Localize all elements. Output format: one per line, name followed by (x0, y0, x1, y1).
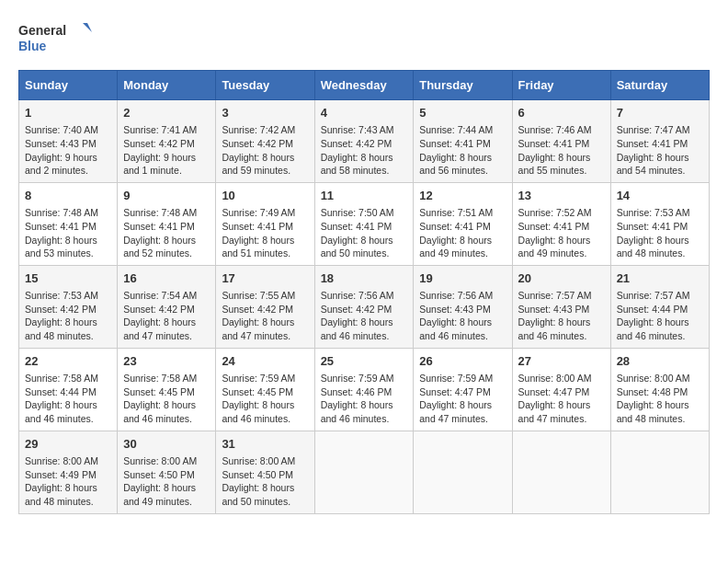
day-number: 11 (321, 188, 408, 204)
logo-blue: Blue (18, 39, 47, 53)
calendar-cell: 28Sunrise: 8:00 AMSunset: 4:48 PMDayligh… (610, 348, 709, 431)
day-number: 19 (419, 270, 506, 287)
calendar-cell: 29Sunrise: 8:00 AMSunset: 4:49 PMDayligh… (19, 431, 118, 513)
cell-content: Sunrise: 7:41 AMSunset: 4:42 PMDaylight:… (123, 123, 210, 178)
day-number: 6 (518, 105, 605, 121)
logo: General Blue (18, 18, 92, 55)
cell-content: Sunrise: 7:43 AMSunset: 4:42 PMDaylight:… (321, 123, 408, 178)
day-number: 20 (518, 270, 605, 287)
cell-content: Sunrise: 7:54 AMSunset: 4:42 PMDaylight:… (123, 289, 210, 343)
day-number: 27 (518, 353, 605, 370)
cell-content: Sunrise: 7:47 AMSunset: 4:41 PMDaylight:… (617, 123, 703, 178)
calendar-cell: 5Sunrise: 7:44 AMSunset: 4:41 PMDaylight… (414, 100, 512, 183)
calendar-cell: 3Sunrise: 7:42 AMSunset: 4:42 PMDaylight… (216, 100, 314, 183)
calendar-cell: 1Sunrise: 7:40 AMSunset: 4:43 PMDaylight… (19, 100, 118, 183)
weekday-header-saturday: Saturday (610, 71, 709, 100)
calendar-cell (314, 431, 414, 513)
day-number: 15 (25, 270, 111, 287)
cell-content: Sunrise: 7:57 AMSunset: 4:43 PMDaylight:… (518, 289, 605, 343)
cell-content: Sunrise: 7:50 AMSunset: 4:41 PMDaylight:… (321, 206, 408, 260)
weekday-header-row: SundayMondayTuesdayWednesdayThursdayFrid… (19, 71, 710, 100)
calendar-cell (610, 431, 709, 513)
cell-content: Sunrise: 7:52 AMSunset: 4:41 PMDaylight:… (518, 206, 605, 260)
day-number: 16 (123, 270, 210, 287)
calendar-cell: 15Sunrise: 7:53 AMSunset: 4:42 PMDayligh… (19, 265, 118, 348)
calendar-cell: 30Sunrise: 8:00 AMSunset: 4:50 PMDayligh… (118, 431, 216, 513)
day-number: 4 (321, 105, 408, 121)
day-number: 18 (321, 270, 408, 287)
calendar-cell (512, 431, 610, 513)
day-number: 29 (25, 436, 111, 453)
calendar-cell: 11Sunrise: 7:50 AMSunset: 4:41 PMDayligh… (314, 182, 414, 265)
day-number: 3 (222, 105, 308, 121)
cell-content: Sunrise: 8:00 AMSunset: 4:50 PMDaylight:… (222, 454, 308, 509)
calendar-cell: 17Sunrise: 7:55 AMSunset: 4:42 PMDayligh… (216, 265, 314, 348)
weekday-header-sunday: Sunday (19, 71, 118, 100)
calendar-cell: 12Sunrise: 7:51 AMSunset: 4:41 PMDayligh… (414, 182, 512, 265)
day-number: 10 (222, 188, 308, 204)
calendar-cell: 8Sunrise: 7:48 AMSunset: 4:41 PMDaylight… (19, 182, 118, 265)
weekday-header-friday: Friday (512, 71, 610, 100)
calendar-cell: 7Sunrise: 7:47 AMSunset: 4:41 PMDaylight… (610, 100, 709, 183)
day-number: 17 (222, 270, 308, 287)
logo-svg: General Blue (18, 18, 92, 55)
day-number: 21 (617, 270, 703, 287)
cell-content: Sunrise: 7:56 AMSunset: 4:43 PMDaylight:… (419, 289, 506, 343)
calendar-week-row: 8Sunrise: 7:48 AMSunset: 4:41 PMDaylight… (19, 182, 710, 265)
weekday-header-monday: Monday (118, 71, 216, 100)
day-number: 25 (321, 353, 408, 370)
day-number: 8 (25, 188, 111, 204)
cell-content: Sunrise: 7:49 AMSunset: 4:41 PMDaylight:… (222, 206, 308, 260)
logo-chevron (83, 23, 92, 32)
calendar-cell: 6Sunrise: 7:46 AMSunset: 4:41 PMDaylight… (512, 100, 610, 183)
day-number: 14 (617, 188, 703, 204)
cell-content: Sunrise: 7:53 AMSunset: 4:41 PMDaylight:… (617, 206, 703, 260)
day-number: 2 (123, 105, 210, 121)
page-header: General Blue (18, 18, 710, 55)
cell-content: Sunrise: 7:58 AMSunset: 4:44 PMDaylight:… (25, 372, 111, 426)
day-number: 7 (617, 105, 703, 121)
day-number: 31 (222, 436, 308, 453)
cell-content: Sunrise: 8:00 AMSunset: 4:47 PMDaylight:… (518, 372, 605, 426)
cell-content: Sunrise: 7:46 AMSunset: 4:41 PMDaylight:… (518, 123, 605, 178)
cell-content: Sunrise: 7:48 AMSunset: 4:41 PMDaylight:… (25, 206, 111, 260)
cell-content: Sunrise: 7:57 AMSunset: 4:44 PMDaylight:… (617, 289, 703, 343)
calendar-cell: 21Sunrise: 7:57 AMSunset: 4:44 PMDayligh… (610, 265, 709, 348)
calendar-cell: 2Sunrise: 7:41 AMSunset: 4:42 PMDaylight… (118, 100, 216, 183)
day-number: 12 (419, 188, 506, 204)
cell-content: Sunrise: 7:59 AMSunset: 4:46 PMDaylight:… (321, 372, 408, 426)
cell-content: Sunrise: 7:42 AMSunset: 4:42 PMDaylight:… (222, 123, 308, 178)
day-number: 13 (518, 188, 605, 204)
day-number: 1 (25, 105, 111, 121)
day-number: 28 (617, 353, 703, 370)
calendar-cell: 20Sunrise: 7:57 AMSunset: 4:43 PMDayligh… (512, 265, 610, 348)
cell-content: Sunrise: 7:44 AMSunset: 4:41 PMDaylight:… (419, 123, 506, 178)
calendar-cell (414, 431, 512, 513)
day-number: 30 (123, 436, 210, 453)
cell-content: Sunrise: 7:40 AMSunset: 4:43 PMDaylight:… (25, 123, 111, 178)
calendar-cell: 16Sunrise: 7:54 AMSunset: 4:42 PMDayligh… (118, 265, 216, 348)
weekday-header-wednesday: Wednesday (314, 71, 414, 100)
cell-content: Sunrise: 8:00 AMSunset: 4:48 PMDaylight:… (617, 372, 703, 426)
calendar-week-row: 29Sunrise: 8:00 AMSunset: 4:49 PMDayligh… (19, 431, 710, 513)
day-number: 9 (123, 188, 210, 204)
calendar-cell: 25Sunrise: 7:59 AMSunset: 4:46 PMDayligh… (314, 348, 414, 431)
calendar-cell: 4Sunrise: 7:43 AMSunset: 4:42 PMDaylight… (314, 100, 414, 183)
calendar-week-row: 22Sunrise: 7:58 AMSunset: 4:44 PMDayligh… (19, 348, 710, 431)
calendar-cell: 19Sunrise: 7:56 AMSunset: 4:43 PMDayligh… (414, 265, 512, 348)
cell-content: Sunrise: 7:56 AMSunset: 4:42 PMDaylight:… (321, 289, 408, 343)
day-number: 26 (419, 353, 506, 370)
calendar-cell: 31Sunrise: 8:00 AMSunset: 4:50 PMDayligh… (216, 431, 314, 513)
day-number: 22 (25, 353, 111, 370)
cell-content: Sunrise: 8:00 AMSunset: 4:49 PMDaylight:… (25, 454, 111, 509)
calendar-cell: 14Sunrise: 7:53 AMSunset: 4:41 PMDayligh… (610, 182, 709, 265)
day-number: 23 (123, 353, 210, 370)
cell-content: Sunrise: 7:51 AMSunset: 4:41 PMDaylight:… (419, 206, 506, 260)
calendar-cell: 24Sunrise: 7:59 AMSunset: 4:45 PMDayligh… (216, 348, 314, 431)
calendar-cell: 22Sunrise: 7:58 AMSunset: 4:44 PMDayligh… (19, 348, 118, 431)
weekday-header-thursday: Thursday (414, 71, 512, 100)
day-number: 5 (419, 105, 506, 121)
calendar-cell: 13Sunrise: 7:52 AMSunset: 4:41 PMDayligh… (512, 182, 610, 265)
calendar-cell: 10Sunrise: 7:49 AMSunset: 4:41 PMDayligh… (216, 182, 314, 265)
calendar-cell: 23Sunrise: 7:58 AMSunset: 4:45 PMDayligh… (118, 348, 216, 431)
